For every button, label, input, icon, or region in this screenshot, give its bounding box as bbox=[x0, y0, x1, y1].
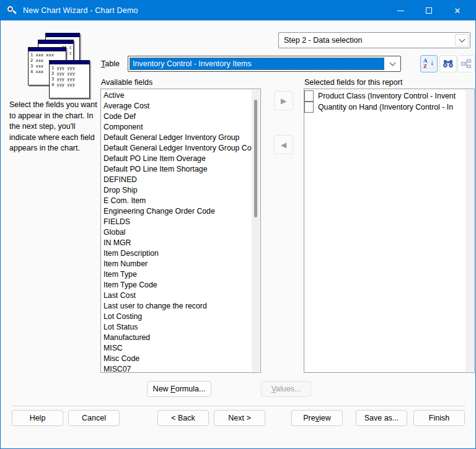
remove-field-button[interactable]: ◀ bbox=[274, 135, 293, 154]
wizard-step-description: Select the fields you want to appear in … bbox=[9, 100, 97, 154]
footer-separator bbox=[12, 406, 465, 406]
list-item[interactable]: Default PO Line Item Overage bbox=[101, 154, 252, 164]
list-item[interactable]: MISC07 bbox=[101, 364, 252, 372]
list-item[interactable]: Item Number bbox=[101, 259, 252, 269]
maximize-button[interactable] bbox=[415, 1, 443, 20]
find-button[interactable] bbox=[439, 55, 457, 72]
table-combobox-value: Inventory Control - Inventory Items bbox=[133, 59, 252, 68]
list-item[interactable]: IN MGR bbox=[101, 238, 252, 248]
list-item[interactable]: Default General Ledger Inventory Group bbox=[101, 133, 252, 143]
list-item[interactable]: FIELDS bbox=[101, 217, 252, 227]
cancel-button[interactable]: Cancel bbox=[68, 410, 120, 426]
close-icon: ✕ bbox=[454, 7, 461, 15]
selected-fields-list[interactable]: Product Class (Inventory Control - Inven… bbox=[304, 89, 475, 373]
app-magnifier-icon bbox=[7, 6, 17, 15]
step-selector-value: Step 2 - Data selection bbox=[284, 33, 452, 48]
titlebar[interactable]: New Chart Wizard - Chart Demo ✕ bbox=[1, 1, 475, 20]
available-fields-items: ActiveAverage CostCode DefComponentDefau… bbox=[101, 90, 252, 372]
list-item[interactable]: MISC bbox=[101, 343, 252, 354]
list-item[interactable]: Component bbox=[101, 122, 252, 133]
scrollbar-thumb[interactable] bbox=[254, 100, 257, 217]
selected-field-label: Product Class (Inventory Control - Inven… bbox=[318, 90, 456, 102]
available-fields-scrollbar[interactable] bbox=[252, 90, 260, 372]
values-button[interactable]: Values... bbox=[261, 381, 311, 397]
binoculars-icon bbox=[443, 59, 454, 69]
selected-fields-label: Selected fields for this report bbox=[304, 78, 402, 87]
selected-fields-items: Product Class (Inventory Control - Inven… bbox=[304, 90, 465, 372]
back-button[interactable]: < Back bbox=[157, 410, 209, 426]
list-item[interactable]: Item Type bbox=[101, 269, 252, 280]
list-item[interactable]: Item Type Code bbox=[101, 280, 252, 290]
table-combobox-selection: Inventory Control - Inventory Items bbox=[130, 58, 384, 70]
list-item[interactable]: Item Description bbox=[101, 248, 252, 259]
table-dropdown-button[interactable] bbox=[386, 58, 399, 70]
table-label: Table bbox=[101, 59, 120, 68]
new-chart-wizard-dialog: New Chart Wizard - Chart Demo ✕ Step 2 -… bbox=[0, 0, 476, 449]
save-as-button[interactable]: Save as... bbox=[356, 410, 407, 426]
list-item[interactable]: E Com. Item bbox=[101, 196, 252, 206]
step-selector-dropdown-button[interactable] bbox=[455, 34, 469, 46]
minimize-icon bbox=[397, 11, 404, 11]
table-links-icon bbox=[461, 59, 472, 69]
list-item[interactable]: Default PO Line Item Shortage bbox=[101, 164, 252, 175]
new-formula-button[interactable]: New Formula... bbox=[147, 381, 211, 397]
selected-fields-scrollbar[interactable] bbox=[465, 90, 474, 372]
list-item[interactable]: Manufactured bbox=[101, 333, 252, 343]
minimize-button[interactable] bbox=[386, 1, 415, 20]
window-title: New Chart Wizard - Chart Demo bbox=[23, 6, 138, 15]
sort-az-icon: A Z ↓ bbox=[423, 58, 434, 69]
next-button[interactable]: Next > bbox=[214, 410, 265, 426]
list-item[interactable]: Code Def bbox=[101, 111, 252, 122]
field-checkbox[interactable] bbox=[304, 102, 314, 113]
list-item[interactable]: Last Cost bbox=[101, 290, 252, 301]
chevron-down-icon bbox=[459, 36, 465, 42]
list-item[interactable]: Misc Code bbox=[101, 354, 252, 364]
finish-button[interactable]: Finish bbox=[413, 410, 465, 426]
field-checkbox[interactable] bbox=[304, 90, 314, 102]
list-item[interactable]: DEFINED bbox=[101, 175, 252, 185]
sort-az-button[interactable]: A Z ↓ bbox=[420, 55, 438, 72]
available-fields-list[interactable]: ActiveAverage CostCode DefComponentDefau… bbox=[100, 89, 261, 373]
selected-field-label: Quantity on Hand (Inventory Control - In bbox=[318, 102, 453, 113]
close-button[interactable]: ✕ bbox=[443, 1, 472, 20]
list-item[interactable]: Quantity on Hand (Inventory Control - In bbox=[304, 102, 465, 113]
wizard-tables-graphic: AA c AA c 1 xxx xxx 2 xxx 3 xxx 4 xxx 1 … bbox=[18, 33, 87, 100]
available-fields-label: Available fields bbox=[101, 78, 152, 87]
list-item[interactable]: Global bbox=[101, 227, 252, 238]
mini-table-card: 1 yyy yyy 2 yyy yyy 3 yyy yyy 4 yyy yyy bbox=[49, 60, 90, 98]
add-field-button[interactable]: ▶ bbox=[274, 91, 293, 110]
table-links-button[interactable] bbox=[457, 55, 475, 72]
list-item[interactable]: Drop Ship bbox=[101, 185, 252, 196]
arrow-left-icon: ◀ bbox=[281, 141, 286, 149]
list-item[interactable]: Product Class (Inventory Control - Inven… bbox=[304, 90, 465, 102]
step-selector-combobox[interactable]: Step 2 - Data selection bbox=[278, 32, 470, 48]
list-item[interactable]: Default General Ledger Inventory Group C… bbox=[101, 143, 252, 154]
list-item[interactable]: Active bbox=[101, 90, 252, 101]
list-item[interactable]: Engineering Change Order Code bbox=[101, 206, 252, 217]
list-item[interactable]: Average Cost bbox=[101, 101, 252, 111]
table-combobox[interactable]: Inventory Control - Inventory Items bbox=[128, 56, 401, 72]
arrow-right-icon: ▶ bbox=[281, 97, 286, 105]
chevron-down-icon bbox=[389, 59, 395, 66]
list-item[interactable]: Lot Status bbox=[101, 322, 252, 333]
preview-button[interactable]: Preview bbox=[291, 410, 343, 426]
list-item[interactable]: Lot Costing bbox=[101, 312, 252, 322]
list-item[interactable]: Last user to change the record bbox=[101, 301, 252, 312]
help-button[interactable]: Help bbox=[12, 410, 63, 426]
maximize-icon bbox=[426, 7, 432, 14]
